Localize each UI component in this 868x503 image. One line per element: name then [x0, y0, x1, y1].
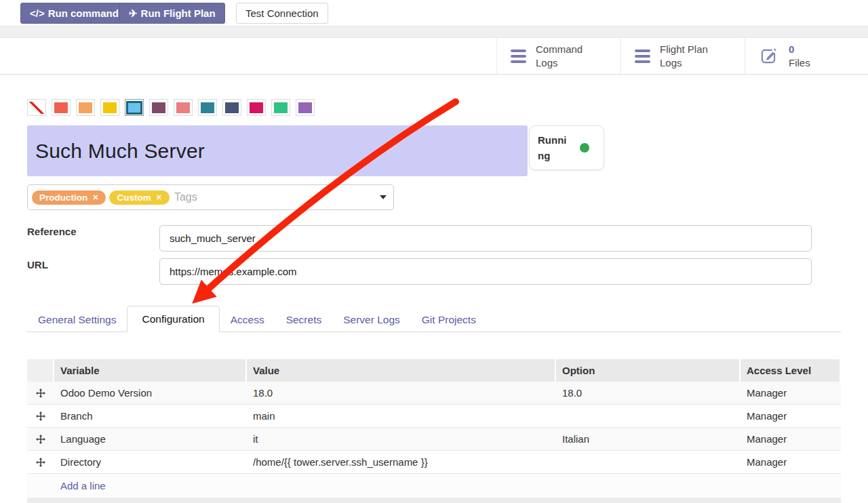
cell-access-level[interactable]: Manager [741, 387, 841, 399]
remove-tag-icon[interactable]: ✕ [92, 193, 98, 202]
cell-variable[interactable]: Odoo Demo Version [54, 387, 247, 399]
tab-server-logs[interactable]: Server Logs [332, 308, 411, 331]
files-label: Files [789, 56, 810, 70]
remove-tag-icon[interactable]: ✕ [156, 193, 162, 202]
color-swatch-10[interactable] [271, 99, 290, 116]
url-input[interactable] [159, 258, 812, 285]
cell-access-level[interactable]: Manager [741, 410, 841, 422]
cell-access-level[interactable]: Manager [741, 456, 841, 468]
list-icon [635, 49, 650, 63]
run-flight-plan-button[interactable]: ✈ Run Flight Plan [119, 3, 225, 24]
color-fill [54, 102, 68, 113]
table-row[interactable]: Directory/home/{{ tower.server.ssh_usern… [27, 451, 841, 474]
cell-variable[interactable]: Branch [54, 410, 247, 422]
table-row[interactable]: Odoo Demo Version18.018.0Manager [27, 382, 841, 405]
tag-custom[interactable]: Custom ✕ [109, 190, 169, 205]
plane-icon: ✈ [129, 7, 138, 20]
color-swatch-9[interactable] [247, 99, 266, 116]
tab-configuration[interactable]: Configuration [127, 306, 219, 332]
add-line-row: Add a line [27, 474, 841, 497]
cell-variable[interactable]: Directory [54, 456, 247, 468]
status-label: Running [538, 132, 572, 164]
color-swatch-5[interactable] [149, 99, 168, 116]
tags-input[interactable]: Production ✕ Custom ✕ Tags [27, 184, 394, 210]
variables-table: Variable Value Option Access Level Odoo … [27, 359, 841, 497]
color-swatch-4[interactable] [125, 99, 144, 116]
server-form-page: </> Run command ✈ Run Flight Plan Test C… [0, 0, 868, 503]
table-header-row: Variable Value Option Access Level [27, 359, 841, 382]
cell-value[interactable]: 18.0 [247, 387, 556, 399]
drag-handle-icon[interactable] [36, 458, 45, 467]
test-connection-button[interactable]: Test Connection [236, 3, 328, 24]
drag-handle-icon[interactable] [36, 435, 45, 444]
reference-label: Reference [27, 226, 77, 237]
tab-general-settings[interactable]: General Settings [27, 308, 127, 331]
color-swatch-11[interactable] [296, 99, 315, 116]
edit-pencil-icon [759, 47, 778, 66]
control-panel: Command Logs Flight Plan Logs 0 Files [0, 38, 868, 75]
column-header-option[interactable]: Option [556, 359, 741, 382]
code-icon: </> [30, 7, 45, 19]
color-fill [225, 102, 239, 113]
color-swatch-2[interactable] [76, 99, 95, 116]
tab-secrets[interactable]: Secrets [275, 308, 333, 331]
url-label: URL [27, 259, 48, 270]
flight-plan-logs-label: Flight Plan Logs [660, 43, 717, 69]
color-fill [152, 102, 165, 113]
color-fill [79, 102, 92, 113]
run-command-label: Run command [48, 7, 119, 19]
run-command-button[interactable]: </> Run command [20, 3, 128, 24]
tag-custom-label: Custom [117, 193, 151, 203]
tag-production[interactable]: Production ✕ [32, 190, 106, 205]
color-swatch-6[interactable] [174, 99, 193, 116]
handle-column-header [27, 359, 54, 382]
test-connection-label: Test Connection [245, 7, 319, 19]
flight-plan-logs-button[interactable]: Flight Plan Logs [620, 38, 745, 74]
color-swatch-1[interactable] [52, 99, 71, 116]
cell-option[interactable]: Italian [556, 433, 741, 445]
run-flight-plan-label: Run Flight Plan [141, 7, 216, 19]
table-body: Odoo Demo Version18.018.0ManagerBranchma… [27, 382, 841, 474]
column-header-access-level[interactable]: Access Level [741, 359, 841, 382]
cell-variable[interactable]: Language [54, 433, 247, 445]
color-fill [127, 102, 141, 113]
cell-option[interactable]: 18.0 [556, 387, 741, 399]
table-row[interactable]: BranchmainManager [27, 405, 841, 428]
add-a-line-link[interactable]: Add a line [60, 480, 106, 491]
command-logs-label: Command Logs [536, 43, 593, 69]
cell-access-level[interactable]: Manager [741, 433, 841, 445]
chevron-down-icon[interactable] [380, 195, 387, 199]
cell-value[interactable]: main [247, 410, 556, 422]
color-fill [176, 102, 190, 113]
server-name-field[interactable]: Such Much Server [27, 125, 528, 176]
column-header-value[interactable]: Value [247, 359, 556, 382]
tab-access[interactable]: Access [220, 308, 275, 331]
server-name-value: Such Much Server [35, 140, 205, 163]
color-palette [27, 99, 315, 116]
tab-git-projects[interactable]: Git Projects [411, 308, 487, 331]
color-swatch-3[interactable] [100, 99, 119, 116]
reference-input[interactable] [159, 225, 812, 252]
action-bar: </> Run command ✈ Run Flight Plan Test C… [0, 0, 868, 26]
color-swatch-7[interactable] [198, 99, 217, 116]
color-fill [250, 102, 263, 113]
no-color-icon [29, 102, 44, 114]
color-fill [201, 102, 214, 113]
color-swatch-8[interactable] [222, 99, 241, 116]
cell-value[interactable]: /home/{{ tower.server.ssh_username }} [247, 456, 556, 468]
drag-handle-icon[interactable] [36, 411, 45, 421]
table-row[interactable]: LanguageitItalianManager [27, 428, 841, 451]
color-fill [298, 102, 312, 113]
drag-handle-icon[interactable] [36, 388, 45, 398]
color-fill [274, 102, 288, 113]
cell-value[interactable]: it [247, 433, 556, 445]
separator-band [0, 26, 868, 38]
files-button[interactable]: 0 Files [745, 38, 868, 74]
status-button[interactable]: Running [529, 125, 604, 170]
no-color-swatch[interactable] [27, 99, 46, 116]
tag-production-label: Production [39, 193, 87, 203]
column-header-variable[interactable]: Variable [54, 359, 247, 382]
command-logs-button[interactable]: Command Logs [496, 38, 620, 74]
status-dot-icon [580, 143, 589, 153]
tags-placeholder: Tags [174, 191, 380, 203]
